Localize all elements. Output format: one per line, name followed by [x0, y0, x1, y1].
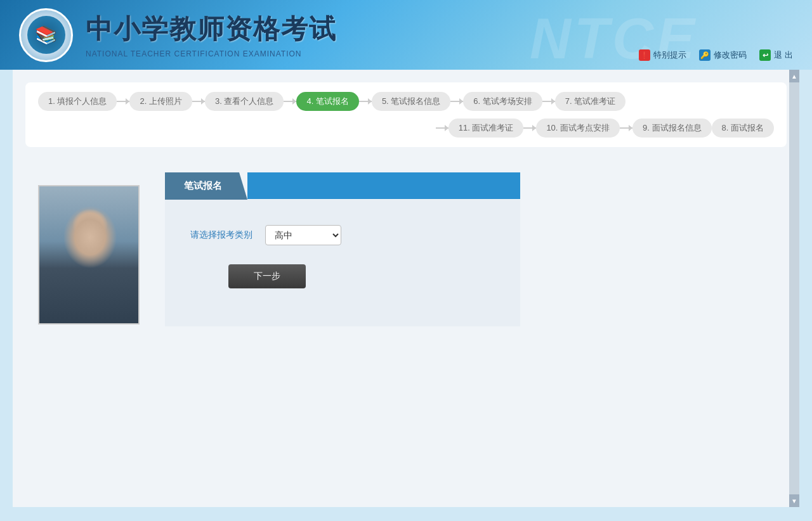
step-item-step3[interactable]: 3. 查看个人信息: [205, 92, 296, 111]
step-arrow2-1: [523, 127, 536, 129]
header-bg-text: NTCE: [530, 6, 698, 72]
user-photo: [38, 185, 140, 325]
face-blur: [39, 186, 138, 323]
header: 📚 中小学教师资格考试 NATIONAL TEACHER CERTIFICATI…: [0, 0, 812, 70]
change-password-icon: 🔑: [699, 49, 710, 61]
step-arrow-3: [359, 101, 372, 102]
steps-container: 1. 填报个人信息2. 上传照片3. 查看个人信息4. 笔试报名5. 笔试报名信…: [25, 82, 787, 147]
category-select[interactable]: 幼儿园小学初中高中中职: [265, 225, 341, 245]
step-arrow2-2: [620, 127, 632, 129]
step-item-step8[interactable]: 8. 面试报名: [712, 119, 774, 138]
step-item-step10[interactable]: 10. 面试考点安排: [523, 119, 620, 138]
special-notice-label: 特别提示: [653, 49, 686, 61]
steps-row1: 1. 填报个人信息2. 上传照片3. 查看个人信息4. 笔试报名5. 笔试报名信…: [38, 92, 774, 111]
step-item-step4[interactable]: 4. 笔试报名: [296, 92, 371, 111]
scroll-up-button[interactable]: ▲: [789, 70, 799, 82]
next-button[interactable]: 下一步: [228, 264, 306, 288]
logo: 📚: [19, 8, 73, 62]
form-title-bar: [247, 172, 520, 199]
step-item-step5[interactable]: 5. 笔试报名信息: [372, 92, 463, 111]
step-pill-step6[interactable]: 6. 笔试考场安排: [463, 92, 542, 111]
step-arrow-2: [284, 101, 296, 102]
form-row-category: 请选择报考类别 幼儿园小学初中高中中职: [190, 225, 495, 245]
step-arrow-0: [117, 101, 129, 102]
step-pill-step1[interactable]: 1. 填报个人信息: [38, 92, 117, 111]
step-arrow-1: [192, 101, 205, 102]
main-content: 1. 填报个人信息2. 上传照片3. 查看个人信息4. 笔试报名5. 笔试报名信…: [13, 70, 799, 507]
steps-row2: 11. 面试准考证10. 面试考点安排9. 面试报名信息8. 面试报名: [38, 119, 774, 138]
site-title-cn: 中小学教师资格考试: [86, 11, 337, 47]
step-pill-step8[interactable]: 8. 面试报名: [712, 119, 774, 138]
step-arrow2-0: [436, 127, 449, 129]
step-pill-step5[interactable]: 5. 笔试报名信息: [372, 92, 450, 111]
form-row-next: 下一步: [190, 264, 495, 288]
content-area: 笔试报名 请选择报考类别 幼儿园小学初中高中中职 下一步: [25, 160, 787, 339]
special-notice-icon: ❗: [639, 49, 650, 61]
step-item-step6[interactable]: 6. 笔试考场安排: [463, 92, 554, 111]
step-item-step1[interactable]: 1. 填报个人信息: [38, 92, 129, 111]
logout-button[interactable]: ↩ 退 出: [759, 49, 793, 61]
logout-label: 退 出: [774, 49, 793, 61]
step-item-step9[interactable]: 9. 面试报名信息: [620, 119, 711, 138]
form-header: 笔试报名: [165, 172, 520, 200]
change-password-button[interactable]: 🔑 修改密码: [699, 49, 747, 61]
logout-icon: ↩: [759, 49, 771, 61]
scrollbar: ▲ ▼: [789, 70, 799, 507]
scroll-track[interactable]: [789, 82, 799, 494]
header-actions: ❗ 特别提示 🔑 修改密码 ↩ 退 出: [639, 49, 793, 61]
step-pill-step11[interactable]: 11. 面试准考证: [449, 119, 524, 138]
change-password-label: 修改密码: [714, 49, 747, 61]
special-notice-button[interactable]: ❗ 特别提示: [639, 49, 686, 61]
form-body: 请选择报考类别 幼儿园小学初中高中中职 下一步: [165, 200, 520, 326]
scroll-down-button[interactable]: ▼: [789, 494, 799, 507]
step-pill-step2[interactable]: 2. 上传照片: [129, 92, 192, 111]
header-title-block: 中小学教师资格考试 NATIONAL TEACHER CERTIFICATION…: [86, 11, 337, 58]
step-arrow-4: [450, 101, 463, 102]
step-item-step11[interactable]: 11. 面试准考证: [436, 119, 524, 138]
step-pill-step9[interactable]: 9. 面试报名信息: [632, 119, 711, 138]
step-pill-step7[interactable]: 7. 笔试准考证: [555, 92, 625, 111]
step-pill-step3[interactable]: 3. 查看个人信息: [205, 92, 284, 111]
form-title: 笔试报名: [165, 172, 247, 200]
step-arrow-5: [542, 101, 555, 102]
step-item-step7[interactable]: 7. 笔试准考证: [555, 92, 625, 111]
category-label: 请选择报考类别: [190, 229, 252, 241]
site-title-en: NATIONAL TEACHER CERTIFICATION EXAMINATI…: [86, 49, 337, 58]
photo-container: [38, 185, 140, 325]
logo-icon: 📚: [27, 16, 65, 54]
form-panel: 笔试报名 请选择报考类别 幼儿园小学初中高中中职 下一步: [165, 172, 520, 326]
step-pill-step4[interactable]: 4. 笔试报名: [296, 92, 358, 111]
step-pill-step10[interactable]: 10. 面试考点安排: [536, 119, 620, 138]
step-item-step2[interactable]: 2. 上传照片: [129, 92, 204, 111]
